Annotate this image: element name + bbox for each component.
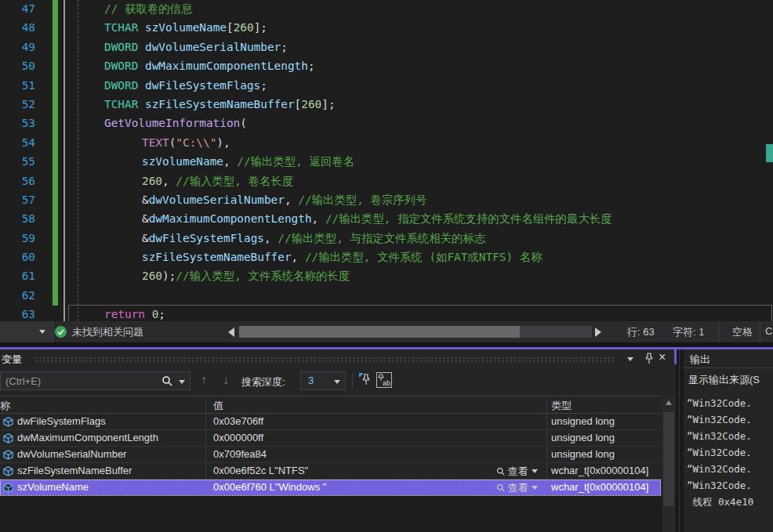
variable-type: unsigned long	[551, 415, 615, 427]
table-row[interactable]: szFileSystemNameBuffer0x00e6f52c L"NTFS"…	[0, 463, 661, 480]
line-number: 59	[0, 229, 35, 248]
code-line[interactable]: 47// 获取卷的信息	[0, 0, 773, 18]
line-number: 52	[0, 95, 35, 114]
code-line[interactable]: 54TEXT("C:\\"),	[0, 133, 773, 152]
line-number: 63	[0, 305, 35, 321]
table-row[interactable]: dwMaximumComponentLength0x000000ffunsign…	[0, 430, 661, 447]
column-header-name[interactable]: 名称	[0, 399, 10, 413]
field-cube-icon	[2, 432, 14, 444]
line-number: 55	[0, 152, 35, 171]
code-text: &dwFileSystemFlags, //输出类型, 与指定文件系统相关的标志	[142, 229, 773, 248]
line-number: 62	[0, 286, 35, 305]
spaces-indicator[interactable]: 空格	[725, 325, 760, 339]
separator	[718, 321, 719, 342]
previous-match-icon[interactable]: ↑	[201, 373, 207, 387]
output-line: “Win32Code.	[687, 461, 773, 477]
code-line[interactable]: 59&dwFileSystemFlags, //输出类型, 与指定文件系统相关的…	[0, 229, 773, 248]
search-placeholder: (Ctrl+E)	[5, 375, 41, 387]
variable-value: 0x03e706ff	[213, 415, 263, 427]
output-lines[interactable]: “Win32Code.“Win32Code.“Win32Code.“Win32C…	[687, 395, 773, 510]
code-line[interactable]: 52TCHAR szFileSystemNameBuffer[260];	[0, 95, 773, 114]
variable-name: szFileSystemNameBuffer	[17, 465, 132, 476]
check-circle-icon[interactable]	[55, 326, 67, 338]
line-number: 57	[0, 190, 35, 209]
output-line: “Win32Code.	[687, 444, 773, 461]
code-line[interactable]: 50DWORD dwMaximumComponentLength;	[0, 56, 773, 75]
code-line[interactable]: 49DWORD dwVolumeSerialNumber;	[0, 38, 773, 56]
code-text: szVolumeName, //输出类型, 返回卷名	[142, 152, 773, 171]
horizontal-scrollbar-thumb[interactable]	[239, 326, 520, 338]
scroll-right-icon[interactable]	[595, 328, 601, 337]
output-source-label[interactable]: 显示输出来源(S	[688, 373, 760, 387]
search-depth-value: 3	[308, 375, 314, 386]
panel-drag-grip[interactable]	[34, 356, 615, 363]
separator	[760, 321, 760, 342]
panel-title: 变量	[2, 353, 22, 367]
code-text: &dwMaximumComponentLength, //输出类型, 指定文件系…	[142, 209, 773, 228]
view-button[interactable]: 查看	[496, 481, 538, 495]
next-match-icon[interactable]: ↓	[223, 373, 229, 387]
variable-value: 0x709fea84	[213, 448, 267, 460]
output-panel: 输出 显示输出来源(S “Win32Code.“Win32Code.“Win32…	[684, 349, 773, 532]
panel-splitter-vertical[interactable]	[676, 349, 684, 532]
code-line[interactable]: 55szVolumeName, //输出类型, 返回卷名	[0, 152, 773, 171]
variables-empty-area	[0, 496, 676, 532]
variables-rows: dwFileSystemFlags0x03e706ffunsigned long…	[0, 414, 661, 496]
pin-text-icon[interactable]: ab	[376, 372, 392, 388]
window-position-menu-icon[interactable]	[627, 357, 633, 361]
view-button[interactable]: 查看	[496, 465, 538, 479]
code-line[interactable]: 62	[0, 286, 773, 305]
code-text: 260);//输入类型, 文件系统名称的长度	[142, 266, 773, 285]
variable-name: dwVolumeSerialNumber	[17, 448, 126, 460]
output-line: “Win32Code.	[687, 411, 773, 428]
output-line: “Win32Code.	[687, 395, 773, 411]
table-row[interactable]: szVolumeName0x00e6f760 L"Windows " 查看wch…	[0, 480, 661, 496]
code-text: TEXT("C:\\"),	[142, 133, 773, 152]
search-input[interactable]: (Ctrl+E)	[0, 371, 191, 390]
output-line: 线程 0x4e10	[687, 494, 773, 510]
code-text: 260, //输入类型, 卷名长度	[142, 172, 773, 190]
line-number: 48	[0, 18, 35, 37]
column-header-value[interactable]: 值	[213, 399, 223, 413]
search-options-icon[interactable]	[179, 380, 185, 384]
field-cube-icon	[2, 465, 14, 477]
code-line[interactable]: 57&dwVolumeSerialNumber, //输出类型, 卷宗序列号	[0, 190, 773, 209]
code-line[interactable]: 56260, //输入类型, 卷名长度	[0, 172, 773, 190]
search-depth-label: 搜索深度:	[241, 375, 285, 389]
code-text: return 0;	[104, 305, 773, 321]
code-line[interactable]: 60szFileSystemNameBuffer, //输出类型, 文件系统 (…	[0, 248, 773, 266]
chevron-down-icon	[532, 469, 538, 473]
code-editor[interactable]: 47// 获取卷的信息48TCHAR szVolumeName[260];49D…	[0, 0, 773, 321]
code-text: TCHAR szFileSystemNameBuffer[260];	[104, 95, 773, 114]
scroll-up-icon[interactable]	[666, 400, 672, 405]
code-line[interactable]: 63return 0;	[0, 305, 773, 321]
code-line[interactable]: 61260);//输入类型, 文件系统名称的长度	[0, 266, 773, 285]
search-icon[interactable]	[161, 375, 172, 386]
code-line[interactable]: 48TCHAR szVolumeName[260];	[0, 18, 773, 37]
horizontal-scrollbar[interactable]	[239, 326, 592, 338]
scrollbar-mark	[766, 144, 773, 162]
code-text: // 获取卷的信息	[104, 0, 773, 18]
search-depth-dropdown[interactable]: 3	[300, 371, 346, 390]
field-cube-icon	[2, 416, 14, 428]
column-header-type[interactable]: 类型	[551, 399, 572, 413]
navigation-dropdown[interactable]	[0, 321, 56, 342]
table-row[interactable]: dwFileSystemFlags0x03e706ffunsigned long	[0, 414, 661, 430]
vertical-scrollbar-thumb[interactable]	[663, 412, 674, 506]
code-health-status[interactable]: 未找到相关问题	[72, 325, 143, 339]
line-ending-label[interactable]: C	[765, 325, 772, 337]
scroll-left-icon[interactable]	[228, 328, 234, 337]
variable-name: szVolumeName	[17, 481, 89, 493]
line-number: 47	[0, 0, 35, 18]
variable-value: 0x00e6f760 L"Windows "	[213, 481, 326, 493]
close-icon[interactable]: ×	[659, 350, 666, 364]
pin-icon[interactable]	[644, 353, 654, 364]
vertical-scrollbar[interactable]	[662, 396, 675, 532]
code-line[interactable]: 53GetVolumeInformation(	[0, 114, 773, 132]
code-line[interactable]: 58&dwMaximumComponentLength, //输出类型, 指定文…	[0, 209, 773, 228]
pin-to-source-icon[interactable]	[358, 372, 371, 386]
table-row[interactable]: dwVolumeSerialNumber0x709fea84unsigned l…	[0, 447, 661, 463]
grid-header[interactable]: 名称 值 类型	[0, 396, 661, 414]
code-line[interactable]: 51DWORD dwFileSystemFlags;	[0, 76, 773, 95]
line-number: 60	[0, 248, 35, 266]
